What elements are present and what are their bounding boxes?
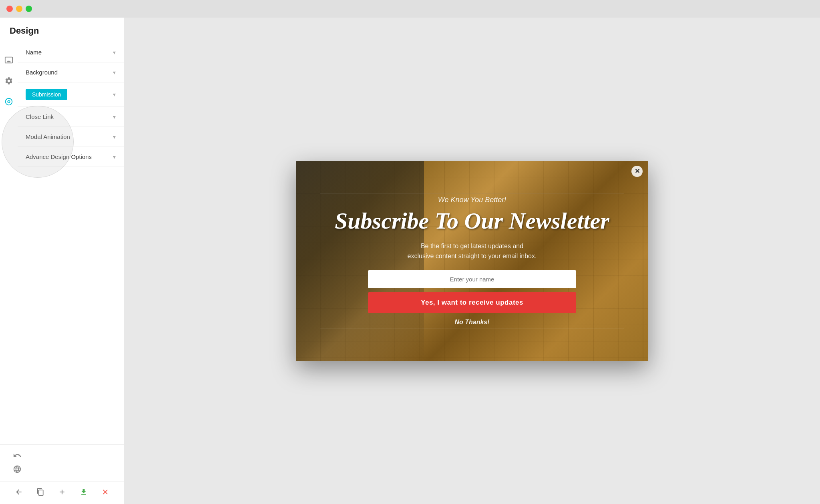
- modal-tagline: We Know You Better!: [438, 196, 506, 204]
- chevron-down-icon: ▾: [113, 49, 116, 56]
- nav-item-advance-design-label: Advance Design Options: [26, 153, 92, 160]
- add-button[interactable]: [56, 486, 68, 500]
- chevron-down-icon: ▾: [113, 114, 116, 120]
- modal-content: We Know You Better! Subscribe To Our New…: [296, 161, 648, 361]
- sidebar-icon-undo[interactable]: [6, 449, 118, 462]
- submit-button[interactable]: Yes, I want to receive updates: [368, 292, 576, 313]
- maximize-button[interactable]: [26, 6, 32, 12]
- sidebar: Design Name: [0, 18, 124, 504]
- nav-item-name-label: Name: [26, 49, 42, 56]
- icon-strip: [0, 50, 18, 112]
- sidebar-icon-target[interactable]: [2, 95, 15, 108]
- sidebar-icon-settings[interactable]: [2, 74, 15, 87]
- sidebar-item-background[interactable]: Background ▾: [18, 62, 124, 82]
- sidebar-item-submission[interactable]: Submission ▾: [18, 82, 124, 107]
- back-button[interactable]: [12, 486, 25, 500]
- sidebar-item-modal-animation[interactable]: Modal Animation ▾: [18, 127, 124, 147]
- app-container: Design Name: [0, 18, 820, 504]
- name-input[interactable]: [368, 270, 576, 288]
- sidebar-nav: Name ▾ Background ▾ Submission ▾ Close L…: [18, 42, 124, 504]
- close-icon: ✕: [635, 167, 640, 175]
- copy-button[interactable]: [34, 486, 47, 500]
- nav-item-modal-animation-label: Modal Animation: [26, 133, 70, 140]
- sidebar-icon-globe[interactable]: [6, 462, 118, 476]
- sidebar-title: Design: [0, 18, 124, 42]
- modal-close-button[interactable]: ✕: [631, 166, 643, 177]
- chevron-down-icon: ▾: [113, 134, 116, 140]
- bottom-toolbar: [0, 482, 124, 504]
- sidebar-bottom-icons: [0, 444, 124, 480]
- sidebar-item-close-link[interactable]: Close Link ▾: [18, 107, 124, 127]
- modal-popup: ✕ We Know You Better! Subscribe To Our N…: [296, 161, 648, 361]
- sidebar-item-name[interactable]: Name ▾: [18, 42, 124, 62]
- minimize-button[interactable]: [16, 6, 22, 12]
- sidebar-icon-image[interactable]: [2, 54, 15, 66]
- download-button[interactable]: [77, 486, 90, 500]
- close-button[interactable]: [6, 6, 13, 12]
- chevron-down-icon: ▾: [113, 69, 116, 76]
- sidebar-item-advance-design[interactable]: Advance Design Options ▾: [18, 147, 124, 167]
- titlebar: [0, 0, 820, 18]
- main-canvas: ✕ We Know You Better! Subscribe To Our N…: [124, 18, 820, 504]
- chevron-down-icon: ▾: [113, 154, 116, 160]
- modal-title: Subscribe To Our Newsletter: [335, 208, 609, 234]
- nav-item-close-link-label: Close Link: [26, 113, 54, 120]
- nav-item-background-label: Background: [26, 69, 58, 76]
- submission-button[interactable]: Submission: [26, 89, 67, 100]
- close-toolbar-button[interactable]: [99, 486, 112, 500]
- modal-description: Be the first to get latest updates andex…: [408, 241, 537, 261]
- no-thanks-button[interactable]: No Thanks!: [454, 319, 489, 326]
- chevron-down-icon: ▾: [113, 91, 116, 98]
